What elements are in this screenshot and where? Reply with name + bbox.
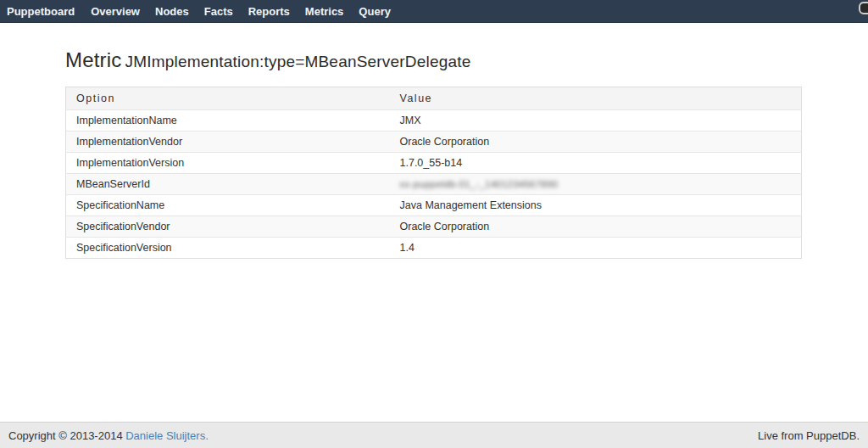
metric-table: Option Value ImplementationNameJMXImplem… <box>65 87 802 259</box>
copyright-text: Copyright © 2013-2014 Daniele Sluijters. <box>8 429 209 442</box>
value-cell: Java Management Extensions <box>390 195 802 216</box>
option-cell: ImplementationVersion <box>66 153 390 174</box>
table-row: SpecificationNameJava Management Extensi… <box>66 195 802 216</box>
table-row: ImplementationVersion1.7.0_55-b14 <box>66 153 802 174</box>
footer: Copyright © 2013-2014 Daniele Sluijters.… <box>0 422 868 448</box>
metric-table-head: Option Value <box>66 87 802 110</box>
metric-table-body: ImplementationNameJMXImplementationVendo… <box>66 110 802 259</box>
option-cell: SpecificationName <box>66 195 390 216</box>
option-cell: SpecificationVendor <box>66 216 390 238</box>
column-header-value: Value <box>390 87 802 110</box>
nav-menu: OverviewNodesFactsReportsMetricsQuery <box>83 0 398 22</box>
value-cell: Oracle Corporation <box>390 132 802 153</box>
option-cell: MBeanServerId <box>66 174 390 195</box>
option-cell: ImplementationVendor <box>66 132 390 153</box>
table-row: ImplementationNameJMX <box>66 110 802 132</box>
nav-item-overview[interactable]: Overview <box>83 0 147 22</box>
page-title-label: Metric <box>65 48 122 71</box>
table-row: SpecificationVersion1.4 <box>66 238 802 259</box>
table-row: ImplementationVendorOracle Corporation <box>66 132 802 153</box>
option-cell: ImplementationName <box>66 110 390 132</box>
puppetboard-page: Puppetboard OverviewNodesFactsReportsMet… <box>0 0 868 448</box>
table-row: MBeanServerIdxx-puppetdb-01_-_1401234567… <box>66 174 802 195</box>
nav-item-reports[interactable]: Reports <box>241 0 298 22</box>
nav-item-facts[interactable]: Facts <box>197 0 241 22</box>
table-row: SpecificationVendorOracle Corporation <box>66 216 802 238</box>
copyright-prefix: Copyright © 2013-2014 <box>8 429 125 442</box>
author-link[interactable]: Daniele Sluijters. <box>125 429 209 442</box>
value-cell: JMX <box>390 110 802 132</box>
header-row: Option Value <box>66 87 802 110</box>
page-title: MetricJMImplementation:type=MBeanServerD… <box>65 48 803 72</box>
value-cell: Oracle Corporation <box>390 216 802 238</box>
scrollbar-thumb[interactable] <box>859 2 868 14</box>
column-header-option: Option <box>66 87 390 110</box>
main-content: MetricJMImplementation:type=MBeanServerD… <box>0 24 868 422</box>
nav-item-nodes[interactable]: Nodes <box>147 0 197 22</box>
value-cell: 1.7.0_55-b14 <box>390 153 802 174</box>
nav-item-metrics[interactable]: Metrics <box>298 0 352 22</box>
value-cell: 1.4 <box>390 238 802 259</box>
value-cell: xx-puppetdb-01_-_1401234567890 <box>390 174 802 195</box>
redacted-value: xx-puppetdb-01_-_1401234567890 <box>400 179 559 189</box>
metric-name: JMImplementation:type=MBeanServerDelegat… <box>125 53 471 70</box>
nav-item-query[interactable]: Query <box>351 0 398 22</box>
puppetdb-status: Live from PuppetDB. <box>758 429 860 442</box>
option-cell: SpecificationVersion <box>66 238 390 259</box>
navbar: Puppetboard OverviewNodesFactsReportsMet… <box>0 0 868 23</box>
brand-puppetboard[interactable]: Puppetboard <box>7 5 75 18</box>
